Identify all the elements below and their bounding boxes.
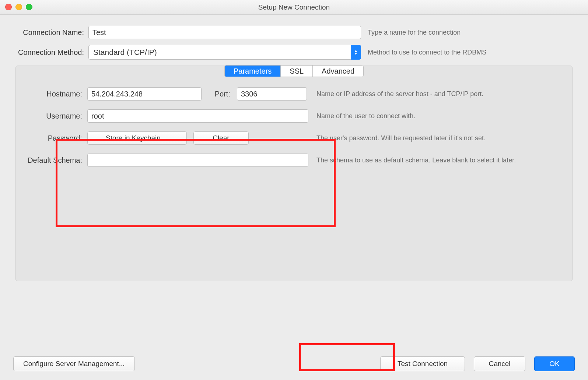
password-hint: The user's password. Will be requested l… — [308, 134, 563, 142]
dialog-footer: Configure Server Management... Test Conn… — [0, 356, 588, 371]
password-label: Password: — [25, 134, 87, 142]
titlebar: Setup New Connection — [0, 0, 588, 15]
hostname-input[interactable] — [87, 87, 202, 101]
chevron-updown-icon: ▲▼ — [351, 45, 361, 60]
username-hint: Name of the user to connect with. — [308, 112, 563, 120]
default-schema-hint: The schema to use as default schema. Lea… — [308, 156, 563, 164]
hostname-hint: Name or IP address of the server host - … — [308, 90, 563, 98]
configure-server-button[interactable]: Configure Server Management... — [13, 356, 135, 371]
hostname-label: Hostname: — [25, 90, 87, 98]
default-schema-label: Default Schema: — [25, 156, 87, 165]
tab-ssl[interactable]: SSL — [281, 66, 313, 77]
window-title: Setup New Connection — [0, 3, 588, 11]
close-window-icon[interactable] — [5, 4, 12, 10]
zoom-window-icon[interactable] — [26, 4, 32, 10]
minimize-window-icon[interactable] — [15, 4, 22, 10]
connection-method-select[interactable]: Standard (TCP/IP) ▲▼ — [88, 45, 361, 60]
tab-bar: Parameters SSL Advanced — [224, 65, 364, 77]
port-label: Port: — [208, 90, 230, 98]
connection-name-input[interactable] — [88, 26, 361, 39]
connection-method-value: Standard (TCP/IP) — [88, 45, 361, 60]
cancel-button[interactable]: Cancel — [474, 356, 525, 371]
tab-parameters[interactable]: Parameters — [225, 66, 281, 77]
store-keychain-button[interactable]: Store in Keychain ... — [87, 131, 187, 145]
username-label: Username: — [25, 112, 87, 120]
ok-button[interactable]: OK — [534, 356, 575, 371]
port-input[interactable] — [237, 87, 307, 101]
test-connection-button[interactable]: Test Connection — [380, 356, 465, 371]
parameters-panel: Parameters SSL Advanced Hostname: Port: … — [15, 66, 573, 281]
connection-name-hint: Type a name for the connection — [361, 29, 577, 36]
window-controls — [5, 4, 32, 10]
connection-method-label: Connection Method: — [11, 48, 88, 57]
tab-advanced[interactable]: Advanced — [313, 66, 363, 77]
connection-name-label: Connection Name: — [11, 28, 88, 37]
connection-method-hint: Method to use to connect to the RDBMS — [361, 49, 577, 56]
username-input[interactable] — [87, 109, 308, 123]
clear-password-button[interactable]: Clear — [193, 131, 249, 145]
default-schema-input[interactable] — [87, 154, 308, 167]
